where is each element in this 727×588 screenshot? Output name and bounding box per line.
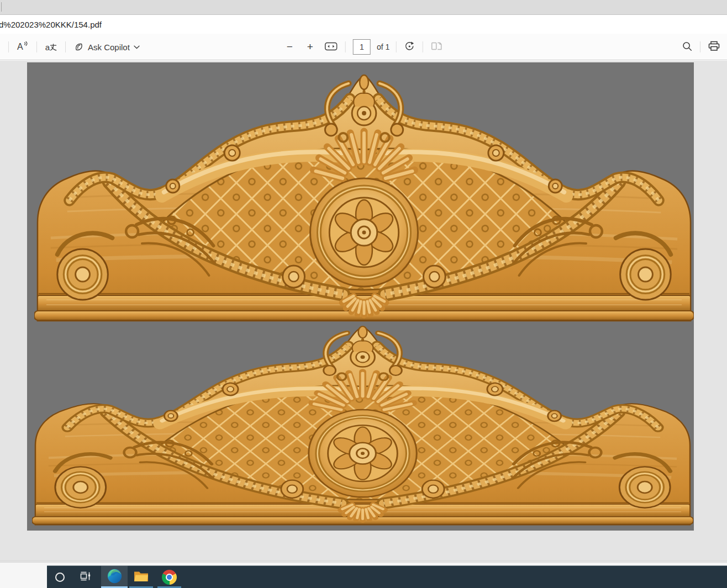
zoom-in-button[interactable]: +: [304, 39, 317, 55]
carved-panel-upper: [34, 72, 694, 322]
print-icon: [708, 41, 720, 53]
page-view-icon: [430, 41, 442, 52]
read-aloud-icon: A: [17, 42, 28, 52]
print-button[interactable]: [707, 39, 721, 55]
tab-edge-mark: [1, 2, 2, 12]
zoom-in-icon: +: [305, 41, 315, 53]
search-circle-icon: [55, 573, 65, 582]
toolbar-separator: [8, 41, 9, 52]
taskbar: [47, 565, 727, 588]
toolbar-center-group: − + of 1: [283, 34, 444, 60]
zoom-out-button[interactable]: −: [283, 39, 296, 55]
pdf-viewer-area[interactable]: [0, 61, 727, 561]
toolbar-right-group: [681, 34, 721, 60]
toolbar-left-group: A a: [2, 34, 142, 60]
pdf-toolbar: A a: [0, 34, 727, 60]
toolbar-separator: [345, 41, 346, 52]
page-view-button[interactable]: [429, 40, 444, 54]
chevron-down-icon: [134, 45, 140, 49]
toolbar-separator: [65, 41, 66, 52]
file-explorer-icon: [134, 570, 149, 584]
toolbar-separator: [422, 41, 423, 52]
taskbar-chrome-button[interactable]: [156, 566, 182, 588]
zoom-out-icon: −: [285, 41, 294, 53]
ask-copilot-label: Ask Copilot: [88, 43, 130, 52]
taskbar-edge-button[interactable]: [101, 566, 128, 588]
copilot-icon: [74, 42, 84, 52]
toolbar-separator: [700, 41, 700, 52]
taskbar-search-button[interactable]: [54, 566, 66, 588]
address-bar[interactable]: d%202023%20KKK/154.pdf: [0, 15, 727, 34]
edge-icon: [107, 569, 122, 586]
window-top-strip: [0, 0, 727, 15]
search-icon: [682, 41, 692, 53]
page-number-input[interactable]: [353, 39, 371, 55]
ask-copilot-button[interactable]: Ask Copilot: [72, 41, 142, 53]
translate-icon: a: [45, 43, 57, 52]
page-count-label: of 1: [377, 43, 389, 51]
pdf-page: [27, 62, 694, 531]
read-aloud-button[interactable]: A: [15, 41, 30, 53]
search-document-button[interactable]: [681, 40, 694, 55]
toolbar-separator: [396, 41, 396, 52]
screen: d%202023%20KKK/154.pdf A a: [0, 0, 727, 588]
rotate-button[interactable]: [402, 39, 416, 55]
taskbar-task-view-button[interactable]: [79, 566, 92, 588]
fit-to-width-icon: [325, 42, 338, 52]
address-url-text[interactable]: d%202023%20KKK/154.pdf: [0, 20, 102, 29]
carved-panel-lower: [32, 324, 693, 526]
task-view-icon: [80, 571, 92, 584]
translate-button[interactable]: a: [43, 41, 59, 53]
rotate-icon: [404, 41, 414, 53]
fit-to-width-button[interactable]: [323, 40, 339, 54]
chrome-icon: [162, 570, 177, 585]
taskbar-file-explorer-button[interactable]: [128, 566, 154, 588]
toolbar-separator: [36, 41, 37, 52]
